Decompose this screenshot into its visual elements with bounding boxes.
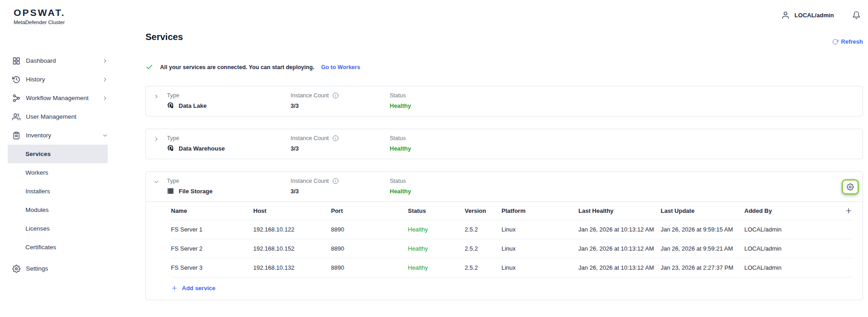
expand-toggle[interactable]	[153, 135, 167, 152]
service-type-value: Data Warehouse	[167, 145, 291, 152]
col-platform: Platform	[502, 207, 578, 214]
sidebar-item-workflow-management[interactable]: Workflow Management	[0, 89, 116, 107]
gear-icon	[12, 265, 20, 273]
sidebar-item-services[interactable]: Services	[8, 145, 108, 163]
sidebar-nav: Dashboard History Workflow Management	[0, 51, 116, 278]
sidebar-item-installers[interactable]: Installers	[8, 182, 108, 201]
sidebar-item-licenses[interactable]: Licenses	[8, 219, 108, 238]
chevron-right-icon	[102, 76, 108, 83]
page-header: Services Refresh	[146, 32, 863, 45]
notifications-button[interactable]	[852, 11, 861, 20]
sidebar: OPSWAT. MetaDefender Cluster Dashboard H…	[0, 0, 116, 317]
cell-name: FS Server 3	[171, 264, 253, 271]
success-banner: All your services are connected. You can…	[146, 63, 863, 71]
col-last-update: Last Update	[661, 207, 744, 214]
cell-status: Healthy	[408, 245, 465, 252]
user-menu[interactable]: LOCAL/admin	[781, 11, 834, 20]
status-value: Healthy	[390, 102, 853, 109]
sidebar-item-inventory[interactable]: Inventory	[0, 126, 116, 145]
info-icon[interactable]	[332, 92, 339, 99]
sidebar-item-label: Workers	[25, 169, 48, 176]
service-name: Data Warehouse	[179, 145, 225, 152]
type-label: Type	[167, 178, 291, 184]
service-summary: Type Instance Count Status File Storage …	[167, 178, 853, 195]
refresh-button[interactable]: Refresh	[832, 38, 863, 45]
table-header-row: Name Host Port Status Version Platform L…	[171, 202, 853, 220]
sidebar-item-modules[interactable]: Modules	[8, 201, 108, 219]
instance-count-text: Instance Count	[291, 178, 329, 184]
cell-host: 192.168.10.152	[253, 245, 331, 252]
service-type-value: File Storage	[167, 187, 291, 195]
refresh-icon	[832, 39, 838, 45]
cell-name: FS Server 1	[171, 226, 253, 233]
history-clock-icon	[12, 75, 20, 84]
sidebar-item-label: Certificates	[25, 244, 56, 251]
page-title: Services	[146, 32, 183, 42]
info-icon[interactable]	[332, 135, 339, 141]
cell-last-update: Jan 26, 2026 at 9:59:15 AM	[661, 226, 744, 233]
service-card-data-warehouse: Type Instance Count Status Data Warehous…	[146, 129, 863, 159]
go-to-workers-link[interactable]: Go to Workers	[321, 64, 360, 70]
collapse-toggle[interactable]	[153, 178, 167, 195]
workflow-nodes-icon	[12, 94, 20, 102]
sidebar-item-history[interactable]: History	[0, 70, 116, 89]
table-row[interactable]: FS Server 3 192.168.10.132 8890 Healthy …	[171, 258, 853, 277]
instance-count-label: Instance Count	[291, 135, 390, 141]
table-row[interactable]: FS Server 1 192.168.10.122 8890 Healthy …	[171, 220, 853, 239]
cell-last-update: Jan 23, 2026 at 2:27:37 PM	[661, 264, 744, 271]
col-name: Name	[171, 207, 253, 214]
cell-port: 8890	[331, 264, 408, 271]
users-icon	[12, 113, 20, 121]
brand-logo[interactable]: OPSWAT. MetaDefender Cluster	[0, 0, 116, 25]
service-summary: Type Instance Count Status Data Warehous…	[167, 135, 853, 152]
cell-name: FS Server 2	[171, 245, 253, 252]
refresh-label: Refresh	[841, 38, 863, 45]
dashboard-grid-icon	[12, 57, 20, 65]
sidebar-item-label: Services	[25, 151, 51, 157]
sidebar-item-certificates[interactable]: Certificates	[8, 238, 108, 257]
sidebar-item-user-management[interactable]: User Management	[0, 107, 116, 126]
sidebar-item-label: Settings	[26, 265, 48, 272]
main-content: Services Refresh All your services are c…	[146, 32, 863, 300]
postgresql-icon	[167, 102, 174, 109]
gear-icon	[847, 183, 854, 191]
cell-status: Healthy	[408, 226, 465, 233]
file-storage-icon	[167, 187, 174, 195]
product-name: MetaDefender Cluster	[14, 20, 116, 25]
col-last-healthy: Last Healthy	[578, 207, 661, 214]
type-label: Type	[167, 135, 291, 141]
add-instance-button[interactable]	[845, 207, 853, 215]
cell-added-by: LOCAL/admin	[744, 245, 839, 252]
sidebar-item-dashboard[interactable]: Dashboard	[0, 51, 116, 70]
status-value: Healthy	[390, 187, 853, 195]
sidebar-item-workers[interactable]: Workers	[8, 163, 108, 182]
service-card-header: Type Instance Count Status Data Lake 3/3…	[146, 86, 863, 116]
chevron-down-icon	[153, 179, 167, 185]
plus-icon	[845, 207, 853, 215]
service-card-header: Type Instance Count Status File Storage …	[146, 172, 863, 202]
instance-count-value: 3/3	[291, 187, 390, 195]
sidebar-item-label: User Management	[26, 113, 76, 120]
status-label: Status	[390, 135, 853, 141]
col-port: Port	[331, 207, 408, 214]
service-card-file-storage: Type Instance Count Status File Storage …	[146, 171, 863, 300]
status-value: Healthy	[390, 145, 853, 152]
add-service-button[interactable]: Add service	[146, 277, 216, 300]
cell-host: 192.168.10.122	[253, 226, 331, 233]
service-summary: Type Instance Count Status Data Lake 3/3…	[167, 92, 853, 109]
instances-table: Name Host Port Status Version Platform L…	[171, 202, 853, 277]
cell-platform: Linux	[502, 245, 578, 252]
sidebar-item-label: Workflow Management	[26, 95, 89, 101]
info-icon[interactable]	[332, 178, 339, 184]
sidebar-item-settings[interactable]: Settings	[0, 259, 116, 278]
expand-toggle[interactable]	[153, 92, 167, 109]
plus-icon	[171, 285, 178, 292]
cell-last-update: Jan 26, 2026 at 9:59:21 AM	[661, 245, 744, 252]
col-status: Status	[408, 207, 465, 214]
sidebar-item-label: Modules	[25, 206, 49, 213]
service-settings-button[interactable]	[842, 179, 859, 195]
cell-platform: Linux	[502, 264, 578, 271]
instance-count-label: Instance Count	[291, 178, 390, 184]
table-row[interactable]: FS Server 2 192.168.10.152 8890 Healthy …	[171, 239, 853, 258]
cell-version: 2.5.2	[465, 226, 502, 233]
